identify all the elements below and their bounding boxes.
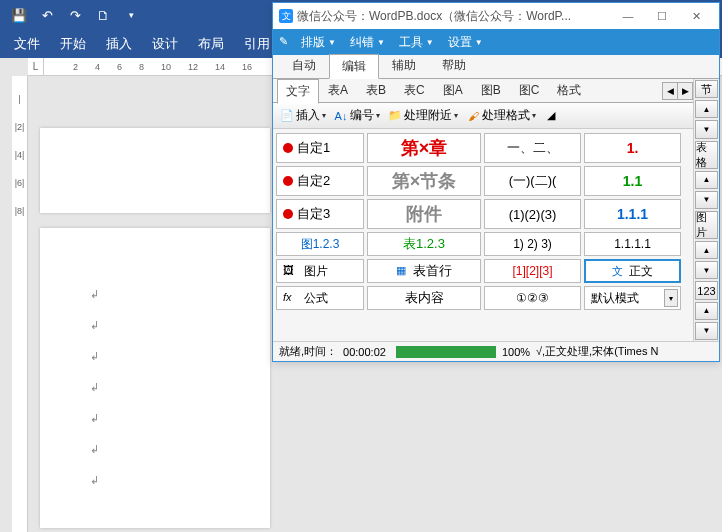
tab-assist[interactable]: 辅助 — [379, 53, 429, 78]
tab-scroll-left[interactable]: ◀ — [662, 82, 678, 100]
plugin-menubar: ✎ 排版▼ 纠错▼ 工具▼ 设置▼ — [273, 29, 719, 55]
custom1-cn-num[interactable]: 一、二、 — [484, 133, 581, 163]
deep-num[interactable]: 1.1.1.1 — [584, 232, 681, 256]
toolbar-process-near[interactable]: 📁处理附近▾ — [385, 107, 461, 124]
tab-fig-a[interactable]: 图A — [434, 78, 472, 103]
chevron-down-icon: ▼ — [377, 38, 385, 47]
plugin-tabs-primary: 自动 编辑 辅助 帮助 — [273, 55, 719, 79]
menu-correct[interactable]: 纠错▼ — [344, 31, 391, 54]
table-header-button[interactable]: ▦表首行 — [367, 259, 481, 283]
undo-icon[interactable]: ↶ — [38, 6, 56, 24]
mode-combo[interactable]: 默认模式▾ — [584, 286, 681, 310]
table-content-button[interactable]: 表内容 — [367, 286, 481, 310]
page-2[interactable]: ↲ ↲ ↲ ↲ ↲ ↲ ↲ — [40, 228, 270, 528]
chevron-down-icon: ▼ — [328, 38, 336, 47]
scroll-up-button[interactable]: ▲ — [695, 241, 718, 259]
sidebar-table[interactable]: 表格 — [695, 141, 718, 169]
bracket-num[interactable]: [1][2][3] — [484, 259, 581, 283]
text-icon: 文 — [612, 264, 626, 278]
sort-icon: A↓ — [334, 109, 348, 123]
close-button[interactable]: ✕ — [679, 5, 713, 27]
custom2-cn-num[interactable]: (一)(二)( — [484, 166, 581, 196]
ruler-label: L — [28, 58, 44, 75]
dot-icon — [283, 176, 293, 186]
sidebar-123[interactable]: 123 — [695, 281, 718, 299]
custom1-label[interactable]: 自定1 — [276, 133, 364, 163]
format-grid: 自定1 第×章 一、二、 1. 自定2 第×节条 (一)(二)( 1.1 自定3… — [273, 129, 693, 317]
chevron-down-icon[interactable]: ▾ — [664, 289, 678, 307]
circle-num[interactable]: ①②③ — [484, 286, 581, 310]
paragraph-mark: ↲ — [90, 412, 220, 425]
maximize-button[interactable]: ☐ — [645, 5, 679, 27]
tab-table-b[interactable]: 表B — [357, 78, 395, 103]
file-icon[interactable]: 🗋 — [94, 6, 112, 24]
tab-help[interactable]: 帮助 — [429, 53, 479, 78]
toolbar-process-format[interactable]: 🖌处理格式▾ — [463, 107, 539, 124]
qat-more-icon[interactable]: ▾ — [122, 6, 140, 24]
tab-format[interactable]: 格式 — [548, 78, 590, 103]
figure-num-label[interactable]: 图1.2.3 — [276, 232, 364, 256]
plugin-titlebar[interactable]: 文 微信公众号：WordPB.docx（微信公众号：WordP... — ☐ ✕ — [273, 3, 719, 29]
scroll-down-button[interactable]: ▼ — [695, 120, 718, 138]
tab-table-a[interactable]: 表A — [319, 78, 357, 103]
plugin-window: 文 微信公众号：WordPB.docx（微信公众号：WordP... — ☐ ✕… — [272, 2, 720, 362]
menu-tools[interactable]: 工具▼ — [393, 31, 440, 54]
custom3-paren-num[interactable]: (1)(2)(3) — [484, 199, 581, 229]
scroll-up-button[interactable]: ▲ — [695, 302, 718, 320]
formula-button[interactable]: fx公式 — [276, 286, 364, 310]
custom3-num[interactable]: 1.1.1 — [584, 199, 681, 229]
tab-text[interactable]: 文字 — [277, 79, 319, 104]
ribbon-tab[interactable]: 文件 — [14, 35, 40, 53]
toolbar-eraser[interactable]: ◢ — [541, 109, 561, 123]
sidebar-image[interactable]: 图片 — [695, 211, 718, 239]
menu-layout[interactable]: 排版▼ — [295, 31, 342, 54]
redo-icon[interactable]: ↷ — [66, 6, 84, 24]
tab-auto[interactable]: 自动 — [279, 53, 329, 78]
paragraph-mark: ↲ — [90, 319, 220, 332]
custom3-attachment[interactable]: 附件 — [367, 199, 481, 229]
scroll-down-button[interactable]: ▼ — [695, 322, 718, 340]
paragraph-mark: ↲ — [90, 350, 220, 363]
sidebar-section[interactable]: 节 — [695, 80, 718, 98]
status-pct: 100% — [502, 346, 530, 358]
custom2-section[interactable]: 第×节条 — [367, 166, 481, 196]
plugin-title-text: 微信公众号：WordPB.docx（微信公众号：WordP... — [297, 8, 571, 25]
eraser-icon: ◢ — [544, 109, 558, 123]
custom1-chapter[interactable]: 第×章 — [367, 133, 481, 163]
ribbon-tab[interactable]: 开始 — [60, 35, 86, 53]
page-1[interactable] — [40, 128, 270, 213]
ribbon-tab[interactable]: 设计 — [152, 35, 178, 53]
custom2-num[interactable]: 1.1 — [584, 166, 681, 196]
plugin-tabs-secondary: 文字 表A 表B 表C 图A 图B 图C 格式 ◀ ▶ — [273, 79, 693, 103]
body-text-button[interactable]: 文正文 — [584, 259, 681, 283]
tab-scroll-right[interactable]: ▶ — [677, 82, 693, 100]
image-button[interactable]: 🖼图片 — [276, 259, 364, 283]
chevron-down-icon: ▼ — [426, 38, 434, 47]
tab-fig-c[interactable]: 图C — [510, 78, 549, 103]
ribbon-tab[interactable]: 引用 — [244, 35, 270, 53]
tab-edit[interactable]: 编辑 — [329, 54, 379, 79]
edit-icon[interactable]: ✎ — [279, 35, 293, 49]
custom1-num[interactable]: 1. — [584, 133, 681, 163]
toolbar-number[interactable]: A↓编号▾ — [331, 107, 383, 124]
save-icon[interactable]: 💾 — [10, 6, 28, 24]
paren-num[interactable]: 1) 2) 3) — [484, 232, 581, 256]
scroll-up-button[interactable]: ▲ — [695, 100, 718, 118]
scroll-up-button[interactable]: ▲ — [695, 171, 718, 189]
ribbon-tab[interactable]: 插入 — [106, 35, 132, 53]
tab-table-c[interactable]: 表C — [395, 78, 434, 103]
fx-icon: fx — [283, 291, 297, 305]
table-num[interactable]: 表1.2.3 — [367, 232, 481, 256]
tab-fig-b[interactable]: 图B — [472, 78, 510, 103]
ribbon-tab[interactable]: 布局 — [198, 35, 224, 53]
scroll-down-button[interactable]: ▼ — [695, 261, 718, 279]
app-icon: 文 — [279, 9, 293, 23]
scroll-down-button[interactable]: ▼ — [695, 191, 718, 209]
custom3-label[interactable]: 自定3 — [276, 199, 364, 229]
minimize-button[interactable]: — — [611, 5, 645, 27]
vertical-ruler: | |2| |4| |6| |8| — [12, 76, 28, 532]
toolbar-insert[interactable]: 📄插入▾ — [277, 107, 329, 124]
menu-settings[interactable]: 设置▼ — [442, 31, 489, 54]
custom2-label[interactable]: 自定2 — [276, 166, 364, 196]
paragraph-mark: ↲ — [90, 288, 220, 301]
